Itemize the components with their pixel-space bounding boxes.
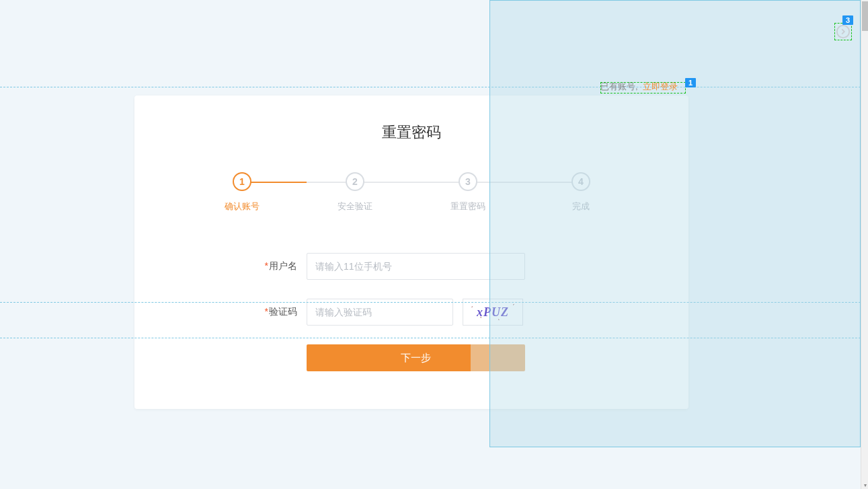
guide-line [0,87,861,87]
scrollbar[interactable]: ▴ ▾ [861,0,868,489]
scrollbar-thumb[interactable] [862,1,868,31]
step-label: 确认账号 [222,200,262,213]
step-number: 2 [346,172,364,191]
username-input[interactable] [307,253,525,280]
arrow-right-circle-icon [834,23,852,40]
login-link-row: 已有账号, 立即登录 [600,81,678,93]
step-number: 1 [233,172,251,191]
overlay-badge-1: 1 [685,78,696,87]
overlay-badge-3: 3 [842,15,853,25]
captcha-label: *验证码 [243,306,297,318]
captcha-image[interactable]: xPUZ [463,299,523,326]
step-number: 3 [459,172,477,191]
step-label: 重置密码 [448,200,488,213]
have-account-text: 已有账号, [600,81,638,91]
svg-point-0 [837,26,849,38]
next-step-button[interactable]: 下一步 [307,344,525,371]
step-label: 完成 [561,200,601,213]
step-label: 安全验证 [335,200,375,213]
step-item: 3重置密码 [448,172,488,213]
step-item: 1确认账号 [222,172,262,213]
step-number: 4 [571,172,590,191]
reset-password-card: 重置密码 1确认账号2安全验证3重置密码4完成 *用户名 *验证码 xPUZ 下… [134,96,688,409]
stepper: 1确认账号2安全验证3重置密码4完成 [222,172,601,213]
step-item: 4完成 [561,172,601,213]
card-title: 重置密码 [134,122,688,143]
scroll-down-icon[interactable]: ▾ [861,482,868,489]
step-item: 2安全验证 [335,172,375,213]
captcha-row: *验证码 xPUZ [243,299,580,326]
reset-form: *用户名 *验证码 xPUZ 下一步 [243,253,580,371]
username-row: *用户名 [243,253,580,280]
captcha-input[interactable] [307,299,453,326]
username-label: *用户名 [243,260,297,272]
go-login-link[interactable]: 立即登录 [643,81,678,91]
